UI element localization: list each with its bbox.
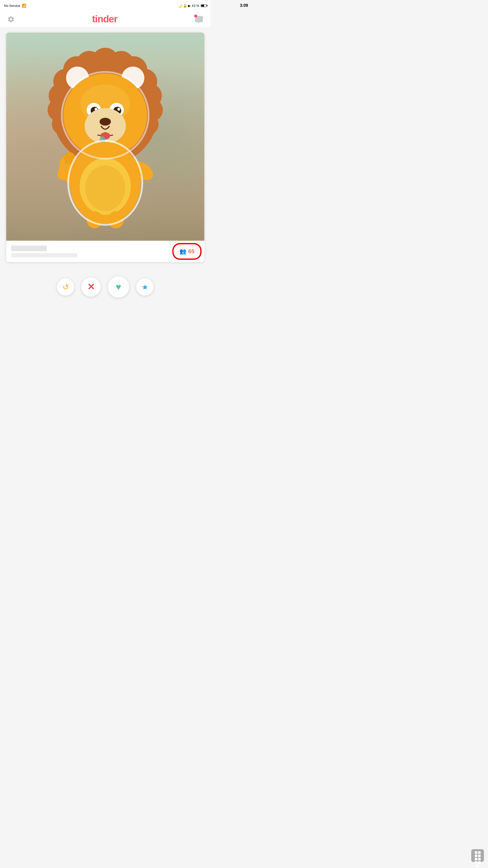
battery-icon xyxy=(201,4,206,7)
rewind-icon: ↺ xyxy=(62,283,69,291)
svg-point-29 xyxy=(99,118,111,126)
mutual-friends-badge[interactable]: 👥 65 xyxy=(175,245,199,257)
location-icon: ▶ xyxy=(188,4,191,8)
profile-name-blurred xyxy=(11,246,47,251)
notification-dot xyxy=(194,14,197,18)
annotation-circle xyxy=(172,243,202,260)
mutual-friends-count: 65 xyxy=(188,248,195,255)
messages-button[interactable] xyxy=(194,14,204,25)
like-icon: ♥ xyxy=(116,282,121,292)
rewind-button[interactable]: ↺ xyxy=(57,278,74,296)
battery-percent: 43 % xyxy=(192,4,199,8)
svg-point-27 xyxy=(117,108,120,111)
mutual-friends-icon: 👥 xyxy=(179,248,186,255)
superlike-button[interactable]: ★ xyxy=(136,278,153,296)
superlike-icon: ★ xyxy=(142,283,148,291)
profile-meta-blurred xyxy=(11,253,77,257)
status-left: No Service 📶 xyxy=(4,4,26,8)
card-name-area xyxy=(11,246,77,257)
moon-icon: 🌙 xyxy=(178,4,182,8)
lock-icon: 🔒 xyxy=(183,4,187,8)
like-button[interactable]: ♥ xyxy=(108,276,129,298)
card-image[interactable] xyxy=(6,32,204,241)
carrier-text: No Service xyxy=(4,4,20,8)
status-right: 🌙 🔒 ▶ 43 % xyxy=(178,4,206,8)
wifi-icon: 📶 xyxy=(22,4,26,8)
card-info-bar: 👥 65 xyxy=(6,241,204,262)
svg-point-34 xyxy=(85,165,125,211)
nope-button[interactable]: ✕ xyxy=(81,277,101,297)
profile-card: 👥 65 xyxy=(6,32,204,262)
status-bar: No Service 📶 3:09 🌙 🔒 ▶ 43 % xyxy=(0,0,210,11)
nav-bar: tinder xyxy=(0,11,210,27)
settings-button[interactable] xyxy=(6,14,16,24)
nope-icon: ✕ xyxy=(87,282,95,292)
app-logo: tinder xyxy=(92,14,117,25)
action-buttons: ↺ ✕ ♥ ★ xyxy=(0,267,210,303)
lion-sticker xyxy=(34,40,176,233)
